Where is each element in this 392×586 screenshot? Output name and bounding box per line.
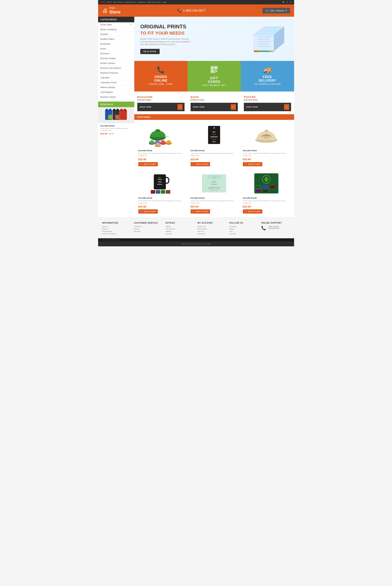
sidebar-item-booklet-folders[interactable]: Booklet Folders: [98, 37, 134, 42]
footer-link-newsletter[interactable]: Newsletter: [198, 233, 226, 235]
feature-box-gift[interactable]: GIFTCARDS GIVE THE BEST GIFT: [188, 61, 241, 92]
product-image-2: NOT YOUR ORDINARY BLACK BAG: [190, 124, 238, 148]
footer-link-youtube[interactable]: You Tube: [229, 233, 258, 235]
feature-box-delivery[interactable]: 🚚 FREEDELIVERY ON ORDERS OVER $99: [241, 61, 294, 92]
nav-home[interactable]: Home: [100, 1, 105, 3]
shop-now-poster[interactable]: SHOP NOW ›: [244, 103, 291, 111]
hero-subtitle: TO FIT YOUR NEEDS: [140, 31, 248, 36]
feature-box-order[interactable]: 📞 ORDERONLINE HOURS: 8AM - 11PM: [134, 61, 188, 92]
product-card-2: NOT YOUR ORDINARY BLACK BAG DOLORE IPSUM…: [190, 123, 239, 167]
sidebar-item-label: Calendars: [100, 77, 110, 79]
sidebar-item-banner[interactable]: Banner Designing: [98, 27, 134, 32]
footer-col-title: INFORMATION: [102, 222, 131, 224]
sidebar-item-brochures[interactable]: Brochures: [98, 51, 134, 56]
footer-link-rss[interactable]: RSS: [229, 230, 258, 232]
footer-link-brands[interactable]: Brands: [166, 226, 194, 227]
nav-print[interactable]: Print It: [106, 1, 112, 3]
cart-button[interactable]: 🛒 Cart: 0 item(s) ▼: [262, 8, 290, 14]
arrow-right-icon: ›: [178, 104, 182, 110]
sidebar-item-booklets[interactable]: Booklets: [98, 32, 134, 37]
footer-link-terms[interactable]: Terms & Conditions: [102, 233, 131, 235]
sidebar-item-carbonless[interactable]: Carbonless Forms: [98, 80, 134, 85]
logo[interactable]: 🖨 Print Store: [102, 7, 120, 15]
sidebar-item-bookmarks[interactable]: Bookmarks: [98, 42, 134, 47]
footer-link-contact[interactable]: Contact Us: [134, 226, 163, 227]
add-to-cart-button-2[interactable]: 🛒 ADD TO CART: [190, 162, 210, 166]
phone-support-icon: 📞: [261, 226, 266, 230]
add-to-cart-button-6[interactable]: 🛒 ADD TO CART: [243, 209, 262, 214]
svg-text:name: name: [264, 137, 268, 139]
shop-now-magazine[interactable]: SHOP NOW ›: [137, 103, 184, 111]
sidebar-item-stamps[interactable]: Address Stamps: [98, 85, 134, 90]
sidebar-item-label: Acrylic Signs: [100, 24, 112, 26]
cart-label: Cart:: [270, 10, 274, 12]
sidebar-item-brochure-holders[interactable]: Brochure Holders: [98, 56, 134, 61]
svg-rect-53: [151, 190, 155, 194]
nav-checkout[interactable]: Checkout: [138, 1, 145, 3]
sidebar-item-boxes[interactable]: Boxes: [98, 47, 134, 51]
add-to-cart-button-1[interactable]: 🛒 ADD TO CART: [138, 162, 158, 166]
svg-point-31: [156, 129, 160, 132]
footer-link-specials[interactable]: Specials: [166, 233, 194, 235]
svg-rect-1: [106, 109, 108, 111]
shop-now-book[interactable]: SHOP NOW ›: [190, 103, 238, 111]
footer-link-facebook[interactable]: Facebook: [229, 226, 258, 227]
svg-rect-72: [269, 185, 276, 188]
specials-header: SPECIALS: [98, 102, 134, 107]
footer-link-privacy[interactable]: Privacy Policy: [102, 230, 131, 232]
printing-sections: MAGAZINE PRINTING SHOP NOW › BOOK PRINTI…: [134, 92, 294, 111]
footer-link-delivery[interactable]: Delivery: [102, 228, 131, 230]
add-to-cart-label-6: ADD TO CART: [248, 211, 260, 212]
read-more-button[interactable]: READ MORE: [140, 49, 160, 54]
nav-cart[interactable]: Shopping Cart: [124, 1, 136, 3]
product-title-2: DOLORE IPSUM: [190, 150, 238, 152]
footer-link-affiliates[interactable]: Affiliates: [166, 230, 194, 232]
product-desc-6: Lorem ipsum dolor sit amet nulla netus. …: [243, 200, 290, 204]
svg-rect-73: [255, 189, 261, 192]
language-selector[interactable]: En: [290, 1, 292, 3]
sidebar-item-bumper[interactable]: Bumper Stickers: [98, 61, 134, 66]
footer-link-sitemap[interactable]: Site Map: [134, 230, 163, 232]
add-to-cart-button-5[interactable]: 🛒 ADD TO CART: [190, 209, 210, 214]
product-desc-4: Lorem ipsum dolor sit amet nulla netus. …: [138, 200, 186, 204]
svg-text:Saturday, June 14: Saturday, June 14: [209, 189, 219, 191]
products-grid: DOLORE IPSUM Lorem ipsum dolor sit amet …: [134, 120, 294, 218]
footer-link-about[interactable]: About Us: [102, 226, 131, 227]
footer-link-myaccount[interactable]: My Account: [198, 226, 226, 227]
sidebar-item-postcards[interactable]: Business Postcards: [98, 71, 134, 76]
specials-price-old: $35.99: [108, 133, 114, 135]
sidebar-item-label: Carbonless Forms: [100, 82, 117, 84]
svg-text:Shower: Shower: [211, 183, 218, 185]
sidebar-item-biz-card[interactable]: Business Card Stickers: [98, 66, 134, 71]
product-image-4: World Wide Airlines: [138, 171, 186, 196]
footer-link-gift[interactable]: Gift Vouchers: [166, 228, 194, 230]
search-icon[interactable]: 🔍: [282, 1, 285, 3]
svg-text:Airlines: Airlines: [157, 184, 162, 185]
add-to-cart-button-4[interactable]: 🛒 ADD TO CART: [138, 209, 158, 214]
sidebar-item-checks[interactable]: Business Checks: [98, 95, 134, 100]
footer-link-orderhistory[interactable]: Order History: [198, 228, 226, 230]
product-price-4: $25.99: [138, 205, 186, 208]
nav-login[interactable]: Login: [162, 1, 167, 3]
specials-product: DOLORE IPSUM Lorem ipsum dolor sit amet …: [98, 123, 134, 137]
sidebar-item-calendars[interactable]: Calendars: [98, 76, 134, 80]
svg-rect-32: [165, 136, 169, 137]
hero-title: ORIGINAL PRINTS: [140, 24, 248, 30]
sidebar-item-acrylic[interactable]: Acrylic Signs ▼: [98, 22, 134, 27]
product-card-4: World Wide Airlines DOLORE IPSUM Lorem i…: [137, 170, 186, 215]
footer-grid: INFORMATION About Us Delivery Privacy Po…: [102, 222, 290, 235]
sidebar-item-label: Address Stamps: [100, 86, 115, 89]
nav-order-art[interactable]: Order an Art Item: [147, 1, 160, 3]
product-image-1: [138, 124, 186, 148]
nav-account[interactable]: My Account: [114, 1, 123, 3]
footer-link-returns[interactable]: Returns: [134, 228, 163, 230]
footer-link-wishlist[interactable]: Wish List: [198, 230, 226, 232]
currency-selector[interactable]: $: [287, 1, 288, 3]
arrow-right-icon: ›: [231, 104, 236, 110]
add-to-cart-button-3[interactable]: 🛒 ADD TO CART: [243, 162, 262, 166]
footer-link-twitter[interactable]: Twitter: [229, 228, 258, 230]
svg-rect-19: [254, 51, 274, 52]
hero-description: DONEC VITAE DIAM UT PURUS LUCTUS FELIIS.…: [140, 38, 190, 46]
truck-feature-icon: 🚚: [245, 66, 290, 74]
sidebar-item-magnets[interactable]: Card Magnets: [98, 90, 134, 95]
